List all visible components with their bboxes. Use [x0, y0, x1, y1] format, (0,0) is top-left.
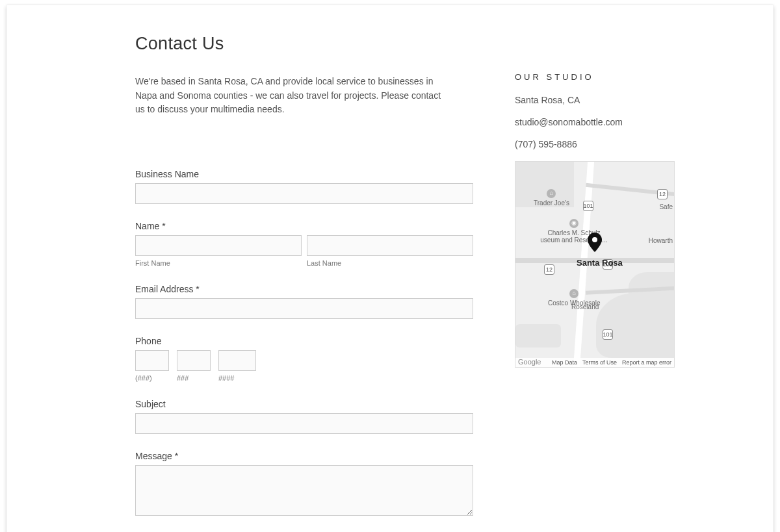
- studio-phone: (707) 595-8886: [515, 139, 677, 149]
- name-label: Name *: [135, 221, 473, 231]
- map-widget[interactable]: ⌂ Trader Joe's ◉ Charles M. Schulz useum…: [515, 161, 675, 368]
- map-terms-link[interactable]: Terms of Use: [582, 359, 617, 366]
- phone-label: Phone: [135, 336, 473, 346]
- poi-icon: ⌂: [569, 289, 578, 298]
- poi-roseland: Roseland: [571, 303, 599, 310]
- phone-sub-3: ####: [218, 374, 256, 382]
- map-center-label: Santa Rosa: [577, 258, 623, 268]
- phone-sub-2: ###: [177, 374, 211, 382]
- first-name-sublabel: First Name: [135, 259, 302, 267]
- studio-heading: OUR STUDIO: [515, 72, 677, 82]
- business-name-input[interactable]: [135, 183, 473, 204]
- poi-trader-joes: Trader Joe's: [534, 199, 569, 207]
- studio-email: studio@sonomabottle.com: [515, 117, 677, 127]
- phone-sub-1: (###): [135, 374, 169, 382]
- studio-city: Santa Rosa, CA: [515, 95, 677, 105]
- business-name-label: Business Name: [135, 169, 473, 179]
- map-brand: Google: [518, 358, 541, 366]
- subject-input[interactable]: [135, 413, 473, 434]
- first-name-input[interactable]: [135, 235, 302, 256]
- poi-icon: ⌂: [547, 189, 556, 198]
- phone-prefix-input[interactable]: [177, 350, 211, 371]
- subject-label: Subject: [135, 399, 473, 409]
- poi-howarth: Howarth: [649, 237, 673, 244]
- page-title: Contact Us: [135, 34, 649, 54]
- email-label: Email Address *: [135, 284, 473, 294]
- phone-line-input[interactable]: [218, 350, 256, 371]
- last-name-sublabel: Last Name: [307, 259, 473, 267]
- poi-icon: ◉: [569, 219, 578, 228]
- map-data-link[interactable]: Map Data: [552, 359, 577, 366]
- intro-text: We're based in Santa Rosa, CA and provid…: [135, 75, 447, 117]
- svg-point-0: [592, 237, 597, 242]
- email-input[interactable]: [135, 298, 473, 319]
- map-pin-icon: [588, 233, 602, 252]
- phone-area-input[interactable]: [135, 350, 169, 371]
- route-shield-101: 101: [603, 329, 613, 340]
- last-name-input[interactable]: [307, 235, 473, 256]
- route-shield-101: 101: [583, 201, 593, 211]
- poi-safe: Safe: [659, 203, 673, 210]
- message-textarea[interactable]: [135, 465, 473, 516]
- map-report-link[interactable]: Report a map error: [622, 359, 671, 366]
- route-shield-12: 12: [657, 189, 668, 199]
- message-label: Message *: [135, 451, 473, 461]
- route-shield-12: 12: [544, 264, 554, 275]
